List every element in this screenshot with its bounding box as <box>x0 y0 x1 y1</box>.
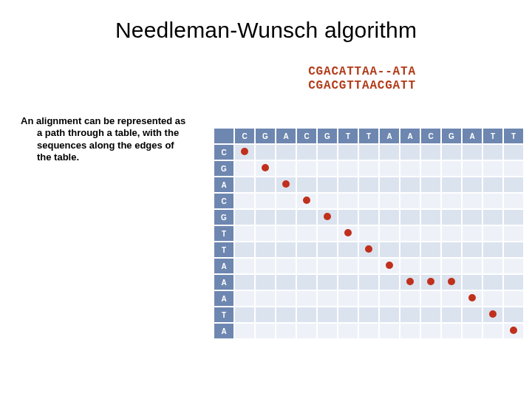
matrix-cell <box>234 160 255 177</box>
path-dot-icon <box>427 278 434 285</box>
path-dot-icon <box>344 229 352 236</box>
matrix-cell <box>338 307 358 323</box>
matrix-cell <box>420 225 441 242</box>
matrix-cell <box>462 258 482 274</box>
matrix-cell <box>338 160 358 177</box>
matrix-cell <box>420 160 441 177</box>
matrix-cell <box>255 258 276 274</box>
matrix-cell <box>482 307 503 323</box>
matrix-cell <box>462 177 482 193</box>
matrix-cell <box>358 160 379 177</box>
matrix-cell <box>358 225 379 242</box>
matrix-cell <box>462 290 482 307</box>
slide: Needleman-Wunsch algorithm CGACATTAA--AT… <box>0 0 532 399</box>
matrix-cell <box>379 225 400 242</box>
matrix-col-header: A <box>379 128 400 144</box>
matrix-cell <box>503 177 524 193</box>
matrix-cell <box>400 209 420 225</box>
matrix-cell <box>338 193 358 209</box>
matrix-cell <box>379 307 400 323</box>
matrix-row-header: G <box>214 209 234 225</box>
matrix-cell <box>234 209 255 225</box>
matrix-cell <box>420 144 441 160</box>
matrix-cell <box>296 242 317 258</box>
matrix-cell <box>503 193 524 209</box>
matrix-cell <box>296 307 317 323</box>
matrix-cell <box>255 193 276 209</box>
matrix-cell <box>255 290 276 307</box>
matrix-cell <box>317 144 338 160</box>
matrix-col-header: T <box>482 128 503 144</box>
matrix-cell <box>441 274 462 290</box>
matrix-row-header: G <box>214 160 234 177</box>
matrix-cell <box>379 274 400 290</box>
matrix-col-header: C <box>420 128 441 144</box>
matrix-row-header: A <box>214 177 234 193</box>
matrix-cell <box>234 323 255 339</box>
matrix-cell <box>379 177 400 193</box>
matrix-cell <box>296 193 317 209</box>
matrix-cell <box>503 307 524 323</box>
matrix-cell <box>234 225 255 242</box>
matrix-cell <box>503 160 524 177</box>
matrix-cell <box>296 144 317 160</box>
matrix-cell <box>482 225 503 242</box>
matrix-cell <box>482 160 503 177</box>
matrix-cell <box>276 290 296 307</box>
page-title: Needleman-Wunsch algorithm <box>0 18 532 43</box>
matrix-cell <box>379 290 400 307</box>
matrix-cell <box>358 209 379 225</box>
alignment-matrix: CGACGTTAACGATTCGACGTTAAATA <box>213 127 525 340</box>
matrix-cell <box>503 242 524 258</box>
matrix-cell <box>400 274 420 290</box>
matrix-row-header: A <box>214 274 234 290</box>
matrix-cell <box>358 274 379 290</box>
matrix-cell <box>503 209 524 225</box>
matrix-cell <box>462 323 482 339</box>
desc-line: a path through a table, with the <box>21 127 194 139</box>
matrix-cell <box>441 225 462 242</box>
matrix-cell <box>379 144 400 160</box>
path-dot-icon <box>386 262 393 269</box>
matrix-cell <box>276 258 296 274</box>
path-dot-icon <box>406 278 414 285</box>
matrix-col-header: T <box>503 128 524 144</box>
matrix-col-header: G <box>441 128 462 144</box>
matrix-col-header: G <box>317 128 338 144</box>
matrix-cell <box>255 209 276 225</box>
matrix-cell <box>317 177 338 193</box>
matrix-cell <box>234 290 255 307</box>
alignment-block: CGACATTAA--ATA CGACGTTAACGATT <box>222 65 502 93</box>
path-dot-icon <box>468 294 476 301</box>
matrix-cell <box>296 258 317 274</box>
matrix-cell <box>503 144 524 160</box>
matrix-cell <box>317 290 338 307</box>
path-dot-icon <box>510 327 517 334</box>
matrix-cell <box>358 177 379 193</box>
matrix-cell <box>358 258 379 274</box>
matrix-col-header: A <box>462 128 482 144</box>
matrix-cell <box>503 290 524 307</box>
matrix-cell <box>400 160 420 177</box>
matrix-cell <box>338 177 358 193</box>
matrix-cell <box>441 160 462 177</box>
matrix-cell <box>276 209 296 225</box>
matrix-cell <box>234 307 255 323</box>
matrix-cell <box>503 274 524 290</box>
matrix-cell <box>296 323 317 339</box>
matrix-cell <box>441 144 462 160</box>
matrix-cell <box>338 323 358 339</box>
matrix-cell <box>462 160 482 177</box>
matrix-cell <box>482 290 503 307</box>
matrix-cell <box>255 274 276 290</box>
matrix-col-header: C <box>296 128 317 144</box>
matrix-cell <box>358 242 379 258</box>
matrix-cell <box>400 242 420 258</box>
matrix-cell <box>482 177 503 193</box>
matrix-cell <box>420 209 441 225</box>
matrix-cell <box>358 323 379 339</box>
matrix-cell <box>462 225 482 242</box>
matrix-cell <box>420 177 441 193</box>
matrix-cell <box>276 274 296 290</box>
matrix-cell <box>441 193 462 209</box>
